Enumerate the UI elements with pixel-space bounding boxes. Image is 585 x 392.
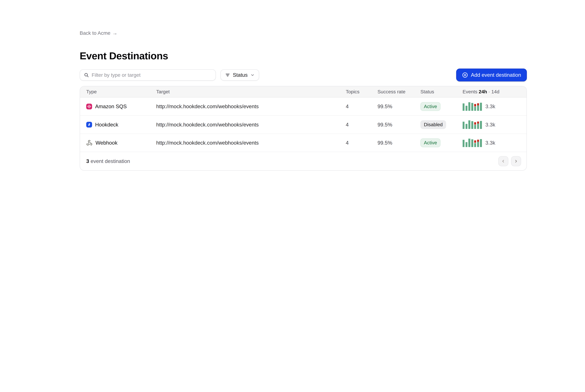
events-bar-chart (462, 102, 482, 111)
status-badge: Disabled (420, 120, 446, 129)
previous-page-button[interactable] (498, 156, 508, 166)
row-count-number: 3 (86, 158, 89, 164)
status-badge: Active (420, 102, 440, 111)
row-count-label: event destination (90, 158, 130, 164)
search-input[interactable] (92, 72, 212, 78)
table-row[interactable]: Webhook http://mock.hookdeck.com/webhook… (80, 134, 526, 152)
amazon-sqs-icon (86, 104, 92, 110)
events-total: 3.3k (486, 104, 495, 110)
webhook-icon (86, 140, 92, 146)
add-event-destination-button[interactable]: Add event destination (456, 68, 527, 81)
events-bar-chart (462, 120, 482, 129)
events-bar-chart (462, 138, 482, 147)
events-cell: 3.3k (462, 138, 520, 147)
search-box[interactable] (80, 69, 216, 80)
status-filter-label: Status (233, 72, 248, 78)
topics-count: 4 (346, 104, 378, 110)
status-filter-button[interactable]: Status (220, 69, 259, 80)
page-title: Event Destinations (80, 50, 527, 62)
status-cell: Disabled (420, 120, 462, 129)
destination-type-label: Hookdeck (95, 122, 118, 128)
column-header-events: Events 24h · 14d (462, 89, 520, 94)
pagination (498, 156, 521, 166)
table-header-row: Type Target Topics Success rate Status E… (80, 86, 526, 98)
status-badge: Active (420, 138, 440, 147)
hookdeck-icon (86, 122, 92, 128)
success-rate-value: 99.5% (378, 104, 420, 110)
events-total: 3.3k (486, 140, 495, 146)
events-total: 3.3k (486, 122, 495, 128)
target-url: http://mock.hookdeck.com/webhooks/events (156, 104, 346, 110)
arrow-right-icon: → (112, 30, 117, 36)
type-cell: Hookdeck (86, 122, 156, 128)
column-header-target: Target (156, 89, 346, 94)
destination-type-label: Amazon SQS (95, 104, 127, 110)
success-rate-value: 99.5% (378, 140, 420, 146)
back-link-label: Back to Acme (80, 30, 110, 36)
row-count: 3 event destination (86, 158, 130, 164)
column-header-topics: Topics (346, 89, 378, 94)
events-cell: 3.3k (462, 102, 520, 111)
target-url: http://mock.hookdeck.com/webhooks/events (156, 122, 346, 128)
events-range-24h: 24h (479, 89, 487, 94)
table-row[interactable]: Amazon SQS http://mock.hookdeck.com/webh… (80, 98, 526, 116)
column-header-status: Status (420, 89, 462, 94)
status-cell: Active (420, 102, 462, 111)
toolbar: Status Add event destination (80, 68, 527, 81)
type-cell: Amazon SQS (86, 104, 156, 110)
add-button-label: Add event destination (471, 72, 521, 78)
topics-count: 4 (346, 140, 378, 146)
event-destinations-page: Back to Acme → Event Destinations Status… (0, 0, 585, 171)
success-rate-value: 99.5% (378, 122, 420, 128)
filter-icon (225, 72, 230, 78)
plus-circle-icon (462, 72, 468, 78)
events-cell: 3.3k (462, 120, 520, 129)
column-header-success-rate: Success rate (378, 89, 420, 94)
chevron-left-icon (501, 159, 505, 163)
target-url: http://mock.hookdeck.com/webhooks/events (156, 140, 346, 146)
chevron-down-icon (250, 73, 254, 77)
status-cell: Active (420, 138, 462, 147)
table-row[interactable]: Hookdeck http://mock.hookdeck.com/webhoo… (80, 116, 526, 134)
next-page-button[interactable] (511, 156, 521, 166)
topics-count: 4 (346, 122, 378, 128)
back-to-acme-link[interactable]: Back to Acme → (80, 30, 117, 36)
search-icon (84, 72, 89, 78)
destination-type-label: Webhook (96, 140, 118, 146)
table-footer: 3 event destination (80, 152, 526, 170)
type-cell: Webhook (86, 140, 156, 146)
event-destinations-table: Type Target Topics Success rate Status E… (80, 86, 527, 170)
chevron-right-icon (514, 159, 518, 163)
column-header-type: Type (86, 89, 156, 94)
events-range-14d: 14d (491, 89, 499, 94)
